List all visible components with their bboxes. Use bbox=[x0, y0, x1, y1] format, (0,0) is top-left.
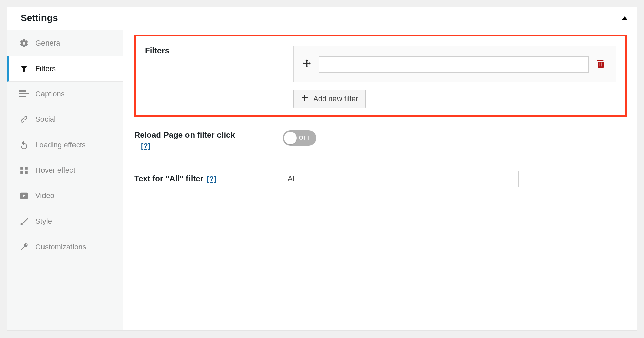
all-filter-help-link[interactable]: [?] bbox=[207, 175, 216, 183]
panel-title: Settings bbox=[21, 12, 58, 23]
plus-icon bbox=[301, 94, 309, 104]
grid-icon bbox=[19, 166, 29, 175]
sidebar-item-social[interactable]: Social bbox=[7, 107, 123, 132]
collapse-toggle[interactable] bbox=[622, 15, 627, 21]
svg-rect-1 bbox=[19, 90, 26, 92]
sidebar-item-general[interactable]: General bbox=[7, 30, 123, 56]
toggle-knob bbox=[284, 132, 297, 144]
filters-section-label: Filters bbox=[145, 46, 280, 55]
panel-body: General Filters Captions Social bbox=[7, 30, 637, 330]
sidebar-item-label: Video bbox=[35, 191, 54, 200]
all-filter-text-label: Text for "All" filter bbox=[134, 174, 203, 183]
add-new-filter-label: Add new filter bbox=[313, 94, 358, 103]
wrench-icon bbox=[19, 242, 29, 252]
sidebar-item-style[interactable]: Style bbox=[7, 208, 123, 234]
sidebar-item-label: General bbox=[35, 39, 62, 48]
svg-rect-11 bbox=[302, 97, 308, 98]
sidebar-item-label: Style bbox=[35, 217, 52, 226]
move-icon[interactable] bbox=[302, 59, 312, 70]
svg-rect-6 bbox=[20, 171, 23, 174]
sidebar-item-customizations[interactable]: Customizations bbox=[7, 234, 123, 260]
all-filter-text-input[interactable] bbox=[283, 171, 519, 187]
svg-marker-0 bbox=[622, 16, 627, 20]
gear-icon bbox=[19, 38, 29, 48]
svg-rect-3 bbox=[19, 96, 26, 97]
reload-on-click-label: Reload Page on filter click bbox=[134, 130, 235, 139]
toggle-state-label: OFF bbox=[299, 135, 311, 141]
sidebar-item-label: Hover effect bbox=[35, 166, 75, 175]
sidebar-item-filters[interactable]: Filters bbox=[7, 56, 123, 82]
filter-item bbox=[293, 46, 616, 82]
svg-rect-2 bbox=[19, 93, 29, 94]
settings-panel: Settings General Filters bbox=[7, 7, 637, 331]
sidebar-item-captions[interactable]: Captions bbox=[7, 82, 123, 107]
reload-help-link[interactable]: [?] bbox=[141, 142, 150, 150]
play-icon bbox=[19, 191, 29, 200]
settings-sidebar: General Filters Captions Social bbox=[7, 30, 123, 330]
undo-icon bbox=[19, 140, 29, 150]
filter-name-input[interactable] bbox=[319, 56, 589, 73]
sidebar-item-label: Filters bbox=[35, 64, 56, 73]
panel-header: Settings bbox=[7, 7, 637, 30]
settings-content: Filters bbox=[123, 30, 637, 330]
funnel-icon bbox=[19, 64, 29, 73]
sidebar-item-loading-effects[interactable]: Loading effects bbox=[7, 132, 123, 158]
sidebar-item-label: Captions bbox=[35, 90, 65, 98]
reload-on-click-toggle[interactable]: OFF bbox=[283, 130, 316, 146]
sidebar-item-video[interactable]: Video bbox=[7, 183, 123, 208]
brush-icon bbox=[19, 217, 29, 226]
svg-rect-7 bbox=[25, 171, 28, 174]
svg-rect-4 bbox=[20, 167, 23, 170]
sidebar-item-label: Customizations bbox=[35, 243, 86, 251]
add-new-filter-button[interactable]: Add new filter bbox=[293, 90, 366, 108]
sidebar-item-label: Loading effects bbox=[35, 141, 86, 149]
svg-rect-5 bbox=[25, 167, 28, 170]
link-icon bbox=[19, 115, 29, 124]
filters-highlight-box: Filters bbox=[134, 35, 627, 117]
sidebar-item-hover-effect[interactable]: Hover effect bbox=[7, 158, 123, 183]
sidebar-item-label: Social bbox=[35, 115, 56, 124]
captions-icon bbox=[19, 90, 29, 98]
trash-icon[interactable] bbox=[595, 59, 605, 70]
